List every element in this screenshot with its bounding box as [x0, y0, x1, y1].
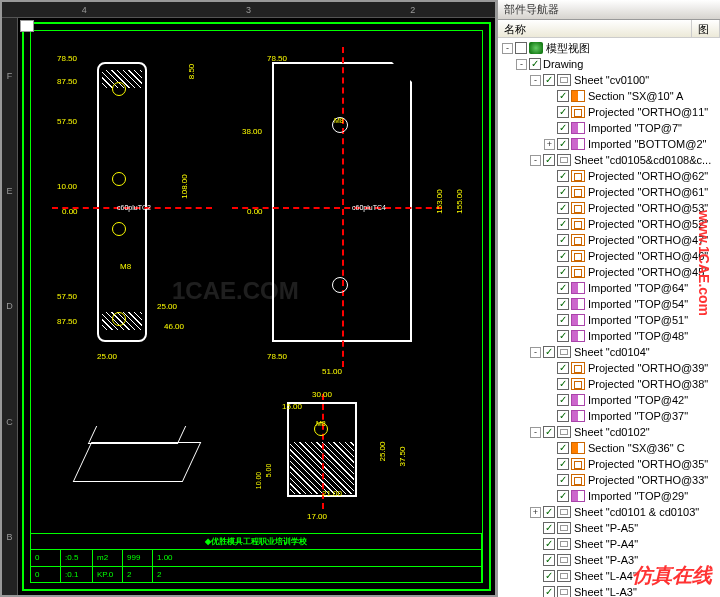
tree-node[interactable]: -✓Sheet "cv0100" — [498, 72, 720, 88]
visibility-checkbox[interactable]: ✓ — [557, 330, 569, 342]
tree-node[interactable]: ✓Imported "TOP@29" — [498, 488, 720, 504]
node-label: Imported "TOP@42" — [588, 392, 688, 408]
visibility-checkbox[interactable]: ✓ — [543, 554, 555, 566]
expand-toggle[interactable]: - — [530, 75, 541, 86]
tree-node[interactable]: ✓Sheet "P-A5" — [498, 520, 720, 536]
visibility-checkbox[interactable] — [515, 42, 527, 54]
visibility-checkbox[interactable]: ✓ — [557, 394, 569, 406]
expand-toggle[interactable]: + — [544, 139, 555, 150]
visibility-checkbox[interactable]: ✓ — [557, 90, 569, 102]
visibility-checkbox[interactable]: ✓ — [557, 378, 569, 390]
tree-node[interactable]: ✓Imported "TOP@7" — [498, 120, 720, 136]
tree-node[interactable]: ✓Imported "TOP@42" — [498, 392, 720, 408]
visibility-checkbox[interactable]: ✓ — [557, 186, 569, 198]
sheet-icon — [557, 554, 571, 566]
visibility-checkbox[interactable]: ✓ — [557, 282, 569, 294]
tree-node[interactable]: -✓Sheet "cd0104" — [498, 344, 720, 360]
visibility-checkbox[interactable]: ✓ — [557, 266, 569, 278]
visibility-checkbox[interactable]: ✓ — [543, 570, 555, 582]
tree-node[interactable]: ✓Projected "ORTHO@47" — [498, 232, 720, 248]
tree-node[interactable]: +✓Sheet "cd0101 & cd0103" — [498, 504, 720, 520]
visibility-checkbox[interactable]: ✓ — [557, 170, 569, 182]
sheet-icon — [557, 538, 571, 550]
tree-node[interactable]: -✓Sheet "cd0105&cd0108&c... — [498, 152, 720, 168]
tree-node[interactable]: ✓Projected "ORTHO@39" — [498, 360, 720, 376]
expand-toggle — [544, 443, 555, 454]
visibility-checkbox[interactable]: ✓ — [557, 138, 569, 150]
visibility-checkbox[interactable]: ✓ — [557, 442, 569, 454]
tree-node[interactable]: ✓Imported "TOP@51" — [498, 312, 720, 328]
visibility-checkbox[interactable]: ✓ — [543, 522, 555, 534]
col-image[interactable]: 图 — [692, 20, 720, 37]
node-label: Sheet "P-A3" — [574, 552, 638, 568]
expand-toggle[interactable]: - — [530, 427, 541, 438]
visibility-checkbox[interactable]: ✓ — [543, 538, 555, 550]
expand-toggle[interactable]: - — [530, 155, 541, 166]
expand-toggle[interactable]: + — [530, 507, 541, 518]
visibility-checkbox[interactable]: ✓ — [543, 74, 555, 86]
column-headers: 名称 图 — [498, 20, 720, 38]
tree-node[interactable]: ✓Projected "ORTHO@33" — [498, 472, 720, 488]
tree-node[interactable]: +✓Imported "BOTTOM@2" — [498, 136, 720, 152]
visibility-checkbox[interactable]: ✓ — [543, 346, 555, 358]
tree-node[interactable]: ✓Projected "ORTHO@52" — [498, 216, 720, 232]
visibility-checkbox[interactable]: ✓ — [557, 250, 569, 262]
tree-node[interactable]: -模型视图 — [498, 40, 720, 56]
cad-canvas[interactable]: 432 FEDCB c60pluTC2 c60pluTC4 78.50 87.5… — [0, 0, 497, 597]
tree-node[interactable]: ✓Projected "ORTHO@45" — [498, 264, 720, 280]
tree-node[interactable]: ✓Sheet "L-A4" — [498, 568, 720, 584]
visibility-checkbox[interactable]: ✓ — [557, 122, 569, 134]
sheet-icon — [557, 154, 571, 166]
tree-node[interactable]: ✓Projected "ORTHO@35" — [498, 456, 720, 472]
visibility-checkbox[interactable]: ✓ — [557, 490, 569, 502]
visibility-checkbox[interactable]: ✓ — [529, 58, 541, 70]
tree-node[interactable]: ✓Projected "ORTHO@11" — [498, 104, 720, 120]
sheet-icon — [557, 426, 571, 438]
expand-toggle — [544, 459, 555, 470]
visibility-checkbox[interactable]: ✓ — [557, 218, 569, 230]
visibility-checkbox[interactable]: ✓ — [557, 474, 569, 486]
tree-node[interactable]: ✓Imported "TOP@48" — [498, 328, 720, 344]
proj-icon — [571, 378, 585, 390]
visibility-checkbox[interactable]: ✓ — [557, 202, 569, 214]
visibility-checkbox[interactable]: ✓ — [543, 154, 555, 166]
visibility-checkbox[interactable]: ✓ — [557, 314, 569, 326]
tree-node[interactable]: -✓Drawing — [498, 56, 720, 72]
visibility-checkbox[interactable]: ✓ — [557, 106, 569, 118]
node-label: Imported "TOP@48" — [588, 328, 688, 344]
tree-node[interactable]: ✓Projected "ORTHO@38" — [498, 376, 720, 392]
visibility-checkbox[interactable]: ✓ — [557, 458, 569, 470]
expand-toggle[interactable]: - — [502, 43, 513, 54]
expand-toggle[interactable]: - — [530, 347, 541, 358]
tree-node[interactable]: ✓Imported "TOP@37" — [498, 408, 720, 424]
expand-toggle — [544, 395, 555, 406]
visibility-checkbox[interactable]: ✓ — [543, 506, 555, 518]
expand-toggle — [544, 219, 555, 230]
expand-toggle — [544, 315, 555, 326]
tree-node[interactable]: ✓Section "SX@10" A — [498, 88, 720, 104]
visibility-checkbox[interactable]: ✓ — [543, 426, 555, 438]
tree-node[interactable]: ✓Sheet "P-A4" — [498, 536, 720, 552]
expand-toggle[interactable]: - — [516, 59, 527, 70]
panel-title: 部件导航器 — [498, 0, 720, 20]
visibility-checkbox[interactable]: ✓ — [557, 234, 569, 246]
tree-node[interactable]: ✓Projected "ORTHO@53" — [498, 200, 720, 216]
tree-node[interactable]: -✓Sheet "cd0102" — [498, 424, 720, 440]
visibility-checkbox[interactable]: ✓ — [543, 586, 555, 597]
visibility-checkbox[interactable]: ✓ — [557, 362, 569, 374]
tree-node[interactable]: ✓Sheet "L-A3" — [498, 584, 720, 597]
proj-icon — [571, 266, 585, 278]
visibility-checkbox[interactable]: ✓ — [557, 410, 569, 422]
tree-node[interactable]: ✓Projected "ORTHO@62" — [498, 168, 720, 184]
tree-node[interactable]: ✓Sheet "P-A3" — [498, 552, 720, 568]
node-label: Projected "ORTHO@38" — [588, 376, 708, 392]
node-label: Section "SX@36" C — [588, 440, 685, 456]
tree-node[interactable]: ✓Projected "ORTHO@61" — [498, 184, 720, 200]
tree-node[interactable]: ✓Section "SX@36" C — [498, 440, 720, 456]
tree-node[interactable]: ✓Projected "ORTHO@46" — [498, 248, 720, 264]
tree-node[interactable]: ✓Imported "TOP@54" — [498, 296, 720, 312]
tree-node[interactable]: ✓Imported "TOP@64" — [498, 280, 720, 296]
visibility-checkbox[interactable]: ✓ — [557, 298, 569, 310]
col-name[interactable]: 名称 — [498, 20, 692, 37]
tree-view[interactable]: -模型视图-✓Drawing-✓Sheet "cv0100"✓Section "… — [498, 38, 720, 597]
